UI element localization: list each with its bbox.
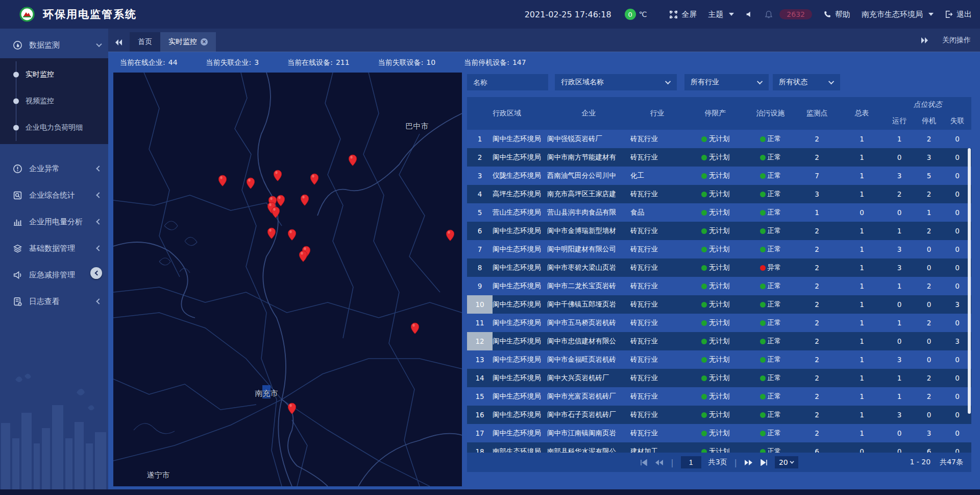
help-button[interactable]: 帮助 bbox=[823, 10, 850, 19]
map-pin-icon[interactable] bbox=[411, 322, 420, 334]
map-pin-icon[interactable] bbox=[277, 195, 285, 206]
row-number: 18 bbox=[467, 442, 493, 453]
sidebar-item-power-load-detail[interactable]: 企业电力负荷明细 bbox=[0, 114, 108, 141]
status-dot-icon bbox=[760, 210, 766, 216]
table-row[interactable]: 1 阆中生态环境局 阆中强锐页岩砖厂 砖瓦行业 无计划 正常 2 bbox=[467, 130, 971, 148]
row-monitor-count: 1 bbox=[794, 208, 840, 217]
table-row[interactable]: 12 阆中生态环境局 阆中市忠信建材有限公 砖瓦行业 无计划 正常 2 bbox=[467, 332, 971, 350]
table-row[interactable]: 6 阆中生态环境局 阆中市金博瑞新型墙材 砖瓦行业 无计划 正常 2 bbox=[467, 222, 971, 240]
row-company: 阆中明阳建材有限公司 bbox=[547, 245, 630, 254]
table-row[interactable]: 14 阆中生态环境局 阆中大兴页岩机砖厂 砖瓦行业 无计划 正常 2 bbox=[467, 369, 971, 387]
page-number-input[interactable] bbox=[681, 456, 701, 468]
row-total-meter: 1 bbox=[840, 300, 884, 309]
table-row[interactable]: 10 阆中生态环境局 阆中千佛镇五郎垭页岩 砖瓦行业 无计划 正常 2 bbox=[467, 295, 971, 314]
map-pin-icon[interactable] bbox=[288, 403, 297, 414]
table-row[interactable]: 3 仪陇生态环境局 西南油气田分公司川中 化工 无计划 正常 7 bbox=[467, 167, 971, 185]
map-pin-icon[interactable] bbox=[247, 177, 255, 189]
chevron-left-icon bbox=[96, 166, 102, 171]
page-size-select[interactable]: 20 bbox=[775, 456, 798, 468]
fullscreen-button[interactable]: 全屏 bbox=[669, 10, 697, 19]
row-region: 阆中生态环境局 bbox=[493, 300, 547, 309]
row-company: 阆中市石子页岩机砖厂 bbox=[547, 410, 630, 419]
table-row[interactable]: 17 阆中生态环境局 阆中市江南镇阆南页岩 砖瓦行业 无计划 正常 2 bbox=[467, 424, 971, 442]
megaphone-icon bbox=[13, 270, 22, 280]
status-dot-icon bbox=[701, 375, 707, 381]
map-pin-icon[interactable] bbox=[272, 206, 280, 218]
row-running-count: 3 bbox=[884, 172, 915, 180]
row-total-meter: 1 bbox=[840, 374, 884, 382]
row-industry: 砖瓦行业 bbox=[630, 373, 684, 383]
table-row[interactable]: 11 阆中生态环境局 阆中市五马桥页岩机砖 砖瓦行业 无计划 正常 2 bbox=[467, 314, 971, 332]
tab-close-icon[interactable]: × bbox=[201, 38, 208, 45]
row-stopped-count: 0 bbox=[915, 264, 943, 272]
sidebar-item-base-data[interactable]: 基础数据管理 bbox=[0, 235, 108, 262]
row-industry: 砖瓦行业 bbox=[630, 281, 684, 291]
table-row[interactable]: 16 阆中生态环境局 阆中市石子页岩机砖厂 砖瓦行业 无计划 正常 2 bbox=[467, 406, 971, 424]
table-scrollbar[interactable] bbox=[968, 148, 971, 414]
datetime: 2021-02-25 17:46:18 bbox=[525, 10, 611, 19]
row-stop-plan: 无计划 bbox=[684, 447, 747, 453]
last-page-button[interactable] bbox=[760, 459, 768, 466]
status-select[interactable]: 所有状态 bbox=[773, 74, 840, 90]
row-total-meter: 1 bbox=[840, 411, 884, 419]
map-pin-icon[interactable] bbox=[288, 229, 297, 241]
table-row[interactable]: 7 阆中生态环境局 阆中明阳建材有限公司 砖瓦行业 无计划 正常 2 bbox=[467, 240, 971, 258]
row-industry: 砖瓦行业 bbox=[630, 410, 684, 419]
prev-page-button[interactable] bbox=[655, 459, 664, 466]
org-dropdown[interactable]: 南充市生态环境局 bbox=[862, 10, 934, 19]
sidebar-item-enterprise-statistics[interactable]: 企业综合统计 bbox=[0, 182, 108, 208]
sidebar-collapse-button[interactable] bbox=[90, 267, 102, 279]
table-row[interactable]: 18 南部生态环境局 南部县科华水泥有限公 建材加工 无计划 正常 6 bbox=[467, 442, 971, 453]
map-pin-icon[interactable] bbox=[299, 250, 308, 262]
tab-home[interactable]: 首页 bbox=[130, 32, 160, 52]
table-row[interactable]: 13 阆中生态环境局 阆中市金福旺页岩机砖 砖瓦行业 无计划 正常 2 bbox=[467, 350, 971, 369]
sidebar-item-video-monitoring[interactable]: 视频监控 bbox=[0, 88, 108, 114]
next-page-button[interactable] bbox=[744, 459, 753, 466]
map-panel[interactable]: 巴中市南充市遂宁市 bbox=[113, 73, 462, 486]
table-row[interactable]: 8 阆中生态环境局 阆中市枣碧大梁山页岩 砖瓦行业 无计划 异常 2 bbox=[467, 258, 971, 277]
sidebar-item-enterprise-anomaly[interactable]: 企业异常 bbox=[0, 155, 108, 182]
first-page-button[interactable] bbox=[640, 459, 648, 466]
name-search-input[interactable] bbox=[467, 74, 548, 90]
map-pin-icon[interactable] bbox=[301, 194, 309, 206]
double-chevron-right-icon bbox=[921, 37, 929, 44]
map-pin-icon[interactable] bbox=[267, 227, 276, 239]
row-stopped-count: 3 bbox=[915, 153, 943, 161]
row-stop-plan: 无计划 bbox=[684, 190, 747, 199]
tabs-scroll-left-button[interactable] bbox=[111, 33, 127, 52]
map-pin-icon[interactable] bbox=[349, 154, 357, 166]
map-pin-icon[interactable] bbox=[446, 229, 455, 241]
row-stopped-count: 2 bbox=[915, 282, 943, 290]
notification-button[interactable]: 2632 bbox=[765, 9, 812, 19]
map-pin-icon[interactable] bbox=[310, 173, 319, 185]
theme-dropdown[interactable]: 主题 bbox=[708, 10, 734, 19]
table-row[interactable]: 5 营山生态环境局 营山县润丰肉食品有限 食品 无计划 正常 1 bbox=[467, 203, 971, 222]
mute-button[interactable] bbox=[745, 10, 753, 18]
map-pin-icon[interactable] bbox=[274, 170, 282, 181]
row-stopped-count: 0 bbox=[915, 356, 943, 364]
row-region: 阆中生态环境局 bbox=[493, 392, 547, 401]
sidebar-item-log-view[interactable]: 日志查看 bbox=[0, 288, 108, 315]
row-stop-plan: 无计划 bbox=[684, 392, 747, 401]
table-row[interactable]: 15 阆中生态环境局 阆中市光富页岩机砖厂 砖瓦行业 无计划 正常 2 bbox=[467, 387, 971, 406]
sidebar-item-power-analysis[interactable]: 企业用电量分析 bbox=[0, 208, 108, 235]
sidebar-item-data-monitoring[interactable]: 数据监测 bbox=[0, 32, 108, 58]
table-row[interactable]: 9 阆中生态环境局 阆中市二龙长宝页岩砖 砖瓦行业 无计划 正常 2 bbox=[467, 277, 971, 295]
region-select[interactable]: 行政区域名称 bbox=[555, 74, 677, 90]
row-facility-status: 正常 bbox=[747, 447, 794, 453]
industry-select[interactable]: 所有行业 bbox=[684, 74, 769, 90]
close-operations-button[interactable]: 关闭操作 bbox=[942, 36, 971, 45]
logout-button[interactable]: 退出 bbox=[945, 10, 972, 19]
row-lost-count: 0 bbox=[943, 172, 971, 180]
row-stop-plan: 无计划 bbox=[684, 318, 747, 327]
chevron-down-icon bbox=[96, 41, 102, 47]
row-facility-status: 正常 bbox=[747, 392, 794, 401]
map-pin-icon[interactable] bbox=[218, 175, 227, 186]
tabs-scroll-right-button[interactable] bbox=[921, 37, 929, 44]
row-industry: 砖瓦行业 bbox=[630, 190, 684, 199]
sidebar-item-realtime-monitoring[interactable]: 实时监控 bbox=[0, 61, 108, 88]
tab-realtime-monitoring[interactable]: 实时监控 × bbox=[160, 32, 216, 52]
app-logo-icon bbox=[19, 7, 35, 22]
table-row[interactable]: 2 阆中生态环境局 阆中市南方节能建材有 砖瓦行业 无计划 正常 2 bbox=[467, 148, 971, 167]
table-row[interactable]: 4 高坪生态环境局 南充市高坪区王家店建 砖瓦行业 无计划 正常 3 bbox=[467, 185, 971, 203]
